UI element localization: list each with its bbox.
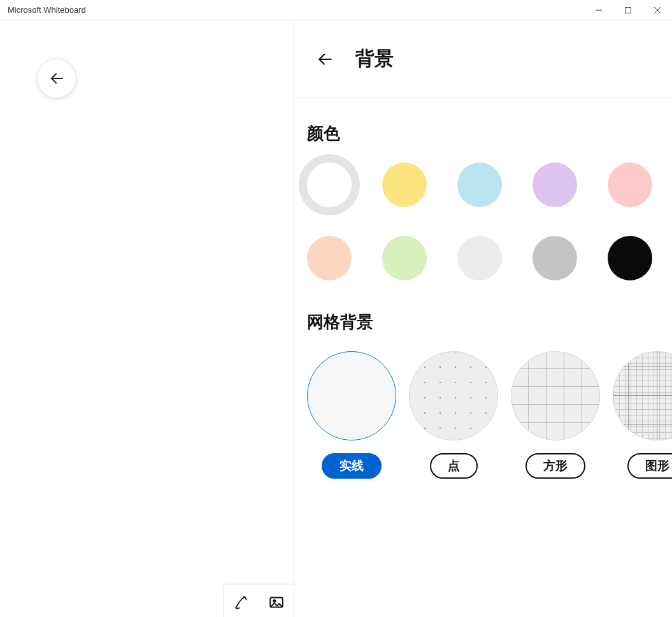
background-panel: 背景 颜色 网格背景 实线点方形图形 xyxy=(294,20,672,617)
color-swatch-gray[interactable] xyxy=(533,236,577,280)
color-swatch-purple[interactable] xyxy=(533,163,577,207)
grid-preview-dot[interactable] xyxy=(409,351,498,440)
grid-preview-square[interactable] xyxy=(511,351,600,440)
color-swatch-black[interactable] xyxy=(608,236,652,280)
bottom-toolbar xyxy=(223,584,294,617)
grid-preview-graph[interactable] xyxy=(613,351,672,440)
grid-button-graph[interactable]: 图形 xyxy=(627,453,672,479)
grid-option-graph: 图形 xyxy=(613,351,672,479)
grid-button-dot[interactable]: 点 xyxy=(430,453,478,479)
whiteboard-canvas[interactable] xyxy=(0,20,294,617)
arrow-left-icon xyxy=(49,71,64,86)
grid-option-square: 方形 xyxy=(511,351,600,479)
window-controls xyxy=(584,0,672,20)
image-tool-button[interactable] xyxy=(268,594,285,611)
svg-rect-1 xyxy=(626,7,631,13)
color-grid xyxy=(307,163,672,280)
image-icon xyxy=(268,594,285,611)
back-to-boards-button[interactable] xyxy=(37,59,76,98)
color-swatch-light-gray[interactable] xyxy=(457,236,502,280)
minimize-button[interactable] xyxy=(584,0,613,20)
color-section-title: 颜色 xyxy=(307,122,672,145)
grid-button-square[interactable]: 方形 xyxy=(525,453,585,479)
color-swatch-green[interactable] xyxy=(382,236,427,280)
grid-button-solid[interactable]: 实线 xyxy=(322,453,382,479)
svg-point-6 xyxy=(273,600,275,602)
close-button[interactable] xyxy=(643,0,672,20)
window-title: Microsoft Whiteboard xyxy=(8,5,86,15)
panel-header: 背景 xyxy=(294,20,672,98)
arrow-left-icon xyxy=(317,51,333,68)
panel-title: 背景 xyxy=(355,46,394,72)
color-swatch-pink[interactable] xyxy=(608,163,652,207)
titlebar: Microsoft Whiteboard xyxy=(0,0,672,20)
grid-option-dot: 点 xyxy=(409,351,498,479)
maximize-button[interactable] xyxy=(613,0,643,20)
grid-section-title: 网格背景 xyxy=(307,311,672,333)
color-swatch-peach[interactable] xyxy=(307,236,352,280)
pen-icon xyxy=(234,594,250,611)
pen-tool-button[interactable] xyxy=(234,594,250,611)
color-swatch-yellow[interactable] xyxy=(382,163,427,207)
grid-row: 实线点方形图形 xyxy=(307,351,672,479)
color-swatch-blue[interactable] xyxy=(457,163,502,207)
grid-option-solid: 实线 xyxy=(307,351,396,479)
color-swatch-white[interactable] xyxy=(307,163,352,207)
panel-back-button[interactable] xyxy=(306,40,344,78)
grid-preview-solid[interactable] xyxy=(307,351,396,440)
